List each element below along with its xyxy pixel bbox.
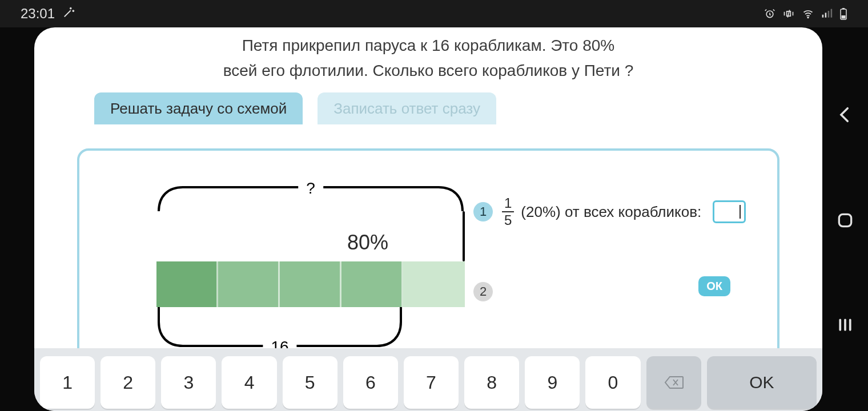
svg-rect-9: [839, 214, 851, 226]
ok-mini-button[interactable]: ОК: [698, 276, 730, 296]
bar-segment: [156, 261, 218, 307]
work-panel: ? 80% 16 1: [77, 148, 779, 371]
step-1: 1 1 5 (20%) от всех корабликов:: [473, 196, 754, 227]
key-5[interactable]: 5: [283, 356, 337, 409]
problem-line-2: всей его флотилии. Сколько всего корабли…: [46, 58, 811, 83]
svg-rect-4: [828, 11, 830, 18]
key-4[interactable]: 4: [222, 356, 276, 409]
key-3[interactable]: 3: [161, 356, 216, 409]
fraction-bar: [156, 261, 465, 307]
signal-icon: [821, 8, 833, 19]
problem-line-1: Петя прикрепил паруса к 16 корабликам. Э…: [46, 33, 811, 58]
svg-rect-2: [822, 15, 824, 18]
mode-tabs: Решать задачу со схемой Записать ответ с…: [94, 92, 822, 124]
home-icon[interactable]: [836, 211, 854, 229]
tab-direct-answer[interactable]: Записать ответ сразу: [318, 92, 496, 124]
fraction-one-fifth: 1 5: [502, 196, 514, 227]
bracket-right-line: [463, 211, 465, 261]
svg-rect-5: [831, 9, 833, 18]
key-9[interactable]: 9: [525, 356, 580, 409]
bar-segment: [341, 261, 403, 307]
key-6[interactable]: 6: [343, 356, 398, 409]
fraction-denominator: 5: [502, 212, 514, 227]
status-time: 23:01: [21, 6, 55, 22]
svg-point-1: [807, 17, 809, 18]
magic-wand-icon: [63, 6, 75, 22]
bar-segment: [403, 261, 465, 307]
solution-steps: 1 1 5 (20%) от всех корабликов: ОК 2: [473, 196, 754, 301]
key-2[interactable]: 2: [101, 356, 155, 409]
alarm-icon: [764, 8, 775, 19]
svg-rect-3: [825, 13, 827, 17]
top-bracket-label: ?: [298, 179, 323, 198]
vibrate-icon: [782, 8, 795, 19]
backspace-icon: [664, 375, 684, 390]
key-8[interactable]: 8: [464, 356, 519, 409]
android-status-bar: 23:01: [0, 0, 868, 27]
answer-input[interactable]: [713, 200, 746, 223]
recents-icon[interactable]: [837, 316, 854, 333]
app-surface: Петя прикрепил паруса к 16 корабликам. Э…: [34, 27, 822, 411]
key-1[interactable]: 1: [40, 356, 95, 409]
android-nav-rail: [822, 27, 868, 411]
key-7[interactable]: 7: [404, 356, 459, 409]
bar-segment: [218, 261, 280, 307]
numeric-keyboard: 1 2 3 4 5 6 7 8 9 0 OK: [34, 348, 822, 411]
problem-statement: Петя прикрепил паруса к 16 корабликам. Э…: [34, 27, 822, 87]
svg-rect-7: [842, 8, 845, 9]
battery-icon: [839, 7, 847, 20]
fraction-numerator: 1: [502, 196, 514, 212]
bar-segment: [280, 261, 341, 307]
wifi-icon: [802, 8, 814, 19]
key-0[interactable]: 0: [585, 356, 640, 409]
step-1-text: (20%) от всех корабликов:: [521, 203, 701, 221]
key-ok[interactable]: OK: [707, 356, 817, 409]
step-2-number: 2: [473, 282, 493, 301]
back-icon[interactable]: [835, 105, 855, 124]
key-backspace[interactable]: [646, 356, 701, 409]
percent-label: 80%: [156, 231, 403, 255]
svg-rect-8: [842, 15, 846, 19]
fraction-diagram: ? 80% 16: [156, 185, 465, 368]
tab-solve-with-scheme[interactable]: Решать задачу со схемой: [94, 92, 303, 124]
step-1-number: 1: [473, 202, 493, 221]
